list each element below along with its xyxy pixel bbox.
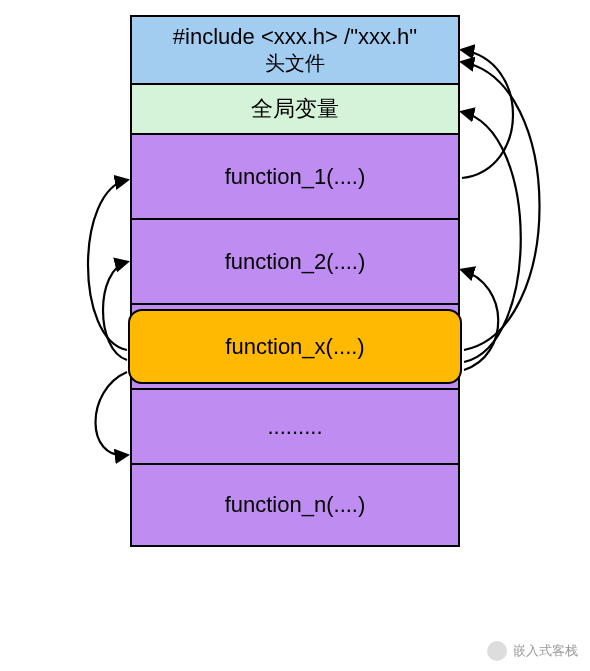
arrow-fx-to-more: [96, 372, 128, 455]
arrow-f1-to-header: [462, 50, 513, 178]
ellipsis-block: .........: [132, 390, 458, 465]
ellipsis-label: .........: [267, 414, 322, 440]
function-1-label: function_1(....): [225, 164, 366, 190]
function-x-label: function_x(....): [225, 334, 364, 360]
header-label: 头文件: [265, 50, 325, 77]
global-variables-label: 全局变量: [251, 94, 339, 124]
header-include-block: #include <xxx.h> /"xxx.h" 头文件: [132, 17, 458, 85]
watermark-text: 嵌入式客栈: [513, 642, 578, 660]
function-n-block: function_n(....): [132, 465, 458, 545]
global-variables-block: 全局变量: [132, 85, 458, 135]
include-directive: #include <xxx.h> /"xxx.h": [173, 24, 417, 50]
function-2-label: function_2(....): [225, 249, 366, 275]
arrow-fx-to-globals: [462, 112, 521, 362]
function-2-block: function_2(....): [132, 220, 458, 305]
wechat-icon: [487, 641, 507, 661]
function-x-block: function_x(....): [132, 305, 458, 390]
module-structure-stack: #include <xxx.h> /"xxx.h" 头文件 全局变量 funct…: [130, 15, 460, 547]
arrow-fx-to-f2: [103, 262, 127, 360]
function-x-highlight: function_x(....): [128, 309, 462, 384]
arrow-fx-to-f2-right: [462, 270, 498, 370]
arrow-fx-to-header: [462, 62, 540, 350]
function-1-block: function_1(....): [132, 135, 458, 220]
arrow-fx-to-f1: [88, 180, 127, 350]
watermark: 嵌入式客栈: [487, 641, 578, 661]
function-n-label: function_n(....): [225, 492, 366, 518]
